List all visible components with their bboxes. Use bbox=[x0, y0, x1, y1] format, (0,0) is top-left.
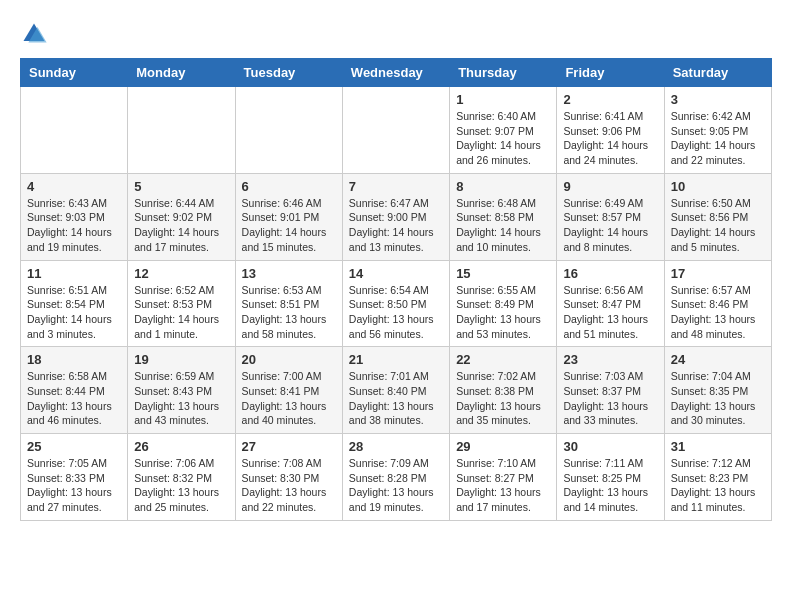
calendar-cell: 6Sunrise: 6:46 AM Sunset: 9:01 PM Daylig… bbox=[235, 173, 342, 260]
day-number: 31 bbox=[671, 439, 765, 454]
day-number: 8 bbox=[456, 179, 550, 194]
day-number: 23 bbox=[563, 352, 657, 367]
day-info: Sunrise: 7:01 AM Sunset: 8:40 PM Dayligh… bbox=[349, 369, 443, 428]
day-info: Sunrise: 6:40 AM Sunset: 9:07 PM Dayligh… bbox=[456, 109, 550, 168]
calendar-cell: 20Sunrise: 7:00 AM Sunset: 8:41 PM Dayli… bbox=[235, 347, 342, 434]
calendar-cell: 27Sunrise: 7:08 AM Sunset: 8:30 PM Dayli… bbox=[235, 434, 342, 521]
day-number: 7 bbox=[349, 179, 443, 194]
day-number: 1 bbox=[456, 92, 550, 107]
week-row-3: 11Sunrise: 6:51 AM Sunset: 8:54 PM Dayli… bbox=[21, 260, 772, 347]
calendar-cell: 23Sunrise: 7:03 AM Sunset: 8:37 PM Dayli… bbox=[557, 347, 664, 434]
calendar-cell: 13Sunrise: 6:53 AM Sunset: 8:51 PM Dayli… bbox=[235, 260, 342, 347]
day-info: Sunrise: 6:43 AM Sunset: 9:03 PM Dayligh… bbox=[27, 196, 121, 255]
day-info: Sunrise: 6:52 AM Sunset: 8:53 PM Dayligh… bbox=[134, 283, 228, 342]
day-number: 16 bbox=[563, 266, 657, 281]
calendar-cell: 16Sunrise: 6:56 AM Sunset: 8:47 PM Dayli… bbox=[557, 260, 664, 347]
day-info: Sunrise: 6:48 AM Sunset: 8:58 PM Dayligh… bbox=[456, 196, 550, 255]
day-number: 26 bbox=[134, 439, 228, 454]
day-number: 28 bbox=[349, 439, 443, 454]
header-tuesday: Tuesday bbox=[235, 59, 342, 87]
day-number: 25 bbox=[27, 439, 121, 454]
day-info: Sunrise: 6:59 AM Sunset: 8:43 PM Dayligh… bbox=[134, 369, 228, 428]
calendar-cell: 30Sunrise: 7:11 AM Sunset: 8:25 PM Dayli… bbox=[557, 434, 664, 521]
day-info: Sunrise: 7:04 AM Sunset: 8:35 PM Dayligh… bbox=[671, 369, 765, 428]
calendar-cell: 8Sunrise: 6:48 AM Sunset: 8:58 PM Daylig… bbox=[450, 173, 557, 260]
calendar-cell: 19Sunrise: 6:59 AM Sunset: 8:43 PM Dayli… bbox=[128, 347, 235, 434]
calendar-cell: 3Sunrise: 6:42 AM Sunset: 9:05 PM Daylig… bbox=[664, 87, 771, 174]
day-info: Sunrise: 7:02 AM Sunset: 8:38 PM Dayligh… bbox=[456, 369, 550, 428]
day-info: Sunrise: 7:08 AM Sunset: 8:30 PM Dayligh… bbox=[242, 456, 336, 515]
calendar-cell: 26Sunrise: 7:06 AM Sunset: 8:32 PM Dayli… bbox=[128, 434, 235, 521]
day-info: Sunrise: 6:42 AM Sunset: 9:05 PM Dayligh… bbox=[671, 109, 765, 168]
calendar-cell bbox=[21, 87, 128, 174]
calendar-cell: 18Sunrise: 6:58 AM Sunset: 8:44 PM Dayli… bbox=[21, 347, 128, 434]
day-info: Sunrise: 7:12 AM Sunset: 8:23 PM Dayligh… bbox=[671, 456, 765, 515]
week-row-2: 4Sunrise: 6:43 AM Sunset: 9:03 PM Daylig… bbox=[21, 173, 772, 260]
header-friday: Friday bbox=[557, 59, 664, 87]
calendar-cell: 31Sunrise: 7:12 AM Sunset: 8:23 PM Dayli… bbox=[664, 434, 771, 521]
calendar-table: SundayMondayTuesdayWednesdayThursdayFrid… bbox=[20, 58, 772, 521]
calendar-cell: 9Sunrise: 6:49 AM Sunset: 8:57 PM Daylig… bbox=[557, 173, 664, 260]
day-number: 24 bbox=[671, 352, 765, 367]
day-number: 30 bbox=[563, 439, 657, 454]
day-info: Sunrise: 7:09 AM Sunset: 8:28 PM Dayligh… bbox=[349, 456, 443, 515]
day-number: 3 bbox=[671, 92, 765, 107]
day-info: Sunrise: 7:00 AM Sunset: 8:41 PM Dayligh… bbox=[242, 369, 336, 428]
calendar-cell: 22Sunrise: 7:02 AM Sunset: 8:38 PM Dayli… bbox=[450, 347, 557, 434]
day-info: Sunrise: 6:50 AM Sunset: 8:56 PM Dayligh… bbox=[671, 196, 765, 255]
page-header bbox=[20, 20, 772, 48]
logo bbox=[20, 20, 52, 48]
calendar-cell: 25Sunrise: 7:05 AM Sunset: 8:33 PM Dayli… bbox=[21, 434, 128, 521]
day-info: Sunrise: 6:58 AM Sunset: 8:44 PM Dayligh… bbox=[27, 369, 121, 428]
day-number: 20 bbox=[242, 352, 336, 367]
day-info: Sunrise: 6:57 AM Sunset: 8:46 PM Dayligh… bbox=[671, 283, 765, 342]
day-info: Sunrise: 7:06 AM Sunset: 8:32 PM Dayligh… bbox=[134, 456, 228, 515]
calendar-cell: 7Sunrise: 6:47 AM Sunset: 9:00 PM Daylig… bbox=[342, 173, 449, 260]
calendar-cell: 4Sunrise: 6:43 AM Sunset: 9:03 PM Daylig… bbox=[21, 173, 128, 260]
calendar-cell: 5Sunrise: 6:44 AM Sunset: 9:02 PM Daylig… bbox=[128, 173, 235, 260]
day-number: 18 bbox=[27, 352, 121, 367]
calendar-cell: 1Sunrise: 6:40 AM Sunset: 9:07 PM Daylig… bbox=[450, 87, 557, 174]
calendar-cell: 29Sunrise: 7:10 AM Sunset: 8:27 PM Dayli… bbox=[450, 434, 557, 521]
header-saturday: Saturday bbox=[664, 59, 771, 87]
day-number: 19 bbox=[134, 352, 228, 367]
day-number: 22 bbox=[456, 352, 550, 367]
calendar-cell: 12Sunrise: 6:52 AM Sunset: 8:53 PM Dayli… bbox=[128, 260, 235, 347]
day-number: 5 bbox=[134, 179, 228, 194]
day-info: Sunrise: 6:41 AM Sunset: 9:06 PM Dayligh… bbox=[563, 109, 657, 168]
day-info: Sunrise: 6:56 AM Sunset: 8:47 PM Dayligh… bbox=[563, 283, 657, 342]
calendar-cell: 24Sunrise: 7:04 AM Sunset: 8:35 PM Dayli… bbox=[664, 347, 771, 434]
day-info: Sunrise: 7:03 AM Sunset: 8:37 PM Dayligh… bbox=[563, 369, 657, 428]
calendar-cell: 2Sunrise: 6:41 AM Sunset: 9:06 PM Daylig… bbox=[557, 87, 664, 174]
calendar-cell: 14Sunrise: 6:54 AM Sunset: 8:50 PM Dayli… bbox=[342, 260, 449, 347]
day-info: Sunrise: 6:46 AM Sunset: 9:01 PM Dayligh… bbox=[242, 196, 336, 255]
calendar-cell: 10Sunrise: 6:50 AM Sunset: 8:56 PM Dayli… bbox=[664, 173, 771, 260]
day-number: 12 bbox=[134, 266, 228, 281]
header-wednesday: Wednesday bbox=[342, 59, 449, 87]
day-number: 13 bbox=[242, 266, 336, 281]
day-number: 6 bbox=[242, 179, 336, 194]
calendar-cell bbox=[235, 87, 342, 174]
day-info: Sunrise: 6:49 AM Sunset: 8:57 PM Dayligh… bbox=[563, 196, 657, 255]
calendar-cell: 21Sunrise: 7:01 AM Sunset: 8:40 PM Dayli… bbox=[342, 347, 449, 434]
day-info: Sunrise: 6:51 AM Sunset: 8:54 PM Dayligh… bbox=[27, 283, 121, 342]
header-row: SundayMondayTuesdayWednesdayThursdayFrid… bbox=[21, 59, 772, 87]
day-info: Sunrise: 6:44 AM Sunset: 9:02 PM Dayligh… bbox=[134, 196, 228, 255]
day-number: 4 bbox=[27, 179, 121, 194]
day-number: 2 bbox=[563, 92, 657, 107]
calendar-cell: 15Sunrise: 6:55 AM Sunset: 8:49 PM Dayli… bbox=[450, 260, 557, 347]
header-thursday: Thursday bbox=[450, 59, 557, 87]
day-info: Sunrise: 6:47 AM Sunset: 9:00 PM Dayligh… bbox=[349, 196, 443, 255]
day-number: 15 bbox=[456, 266, 550, 281]
day-number: 14 bbox=[349, 266, 443, 281]
calendar-cell: 17Sunrise: 6:57 AM Sunset: 8:46 PM Dayli… bbox=[664, 260, 771, 347]
calendar-cell: 28Sunrise: 7:09 AM Sunset: 8:28 PM Dayli… bbox=[342, 434, 449, 521]
day-number: 21 bbox=[349, 352, 443, 367]
header-monday: Monday bbox=[128, 59, 235, 87]
day-number: 27 bbox=[242, 439, 336, 454]
week-row-1: 1Sunrise: 6:40 AM Sunset: 9:07 PM Daylig… bbox=[21, 87, 772, 174]
day-number: 11 bbox=[27, 266, 121, 281]
calendar-cell bbox=[128, 87, 235, 174]
day-number: 9 bbox=[563, 179, 657, 194]
day-number: 17 bbox=[671, 266, 765, 281]
